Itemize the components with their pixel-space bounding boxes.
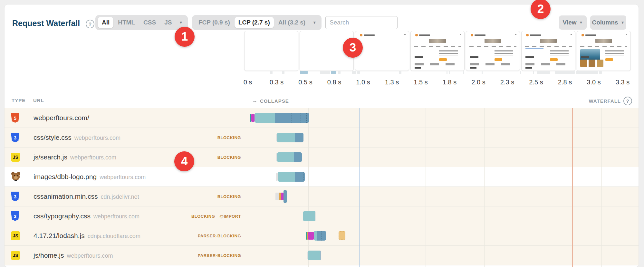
request-row[interactable]: 5webperftours.com/ (5, 108, 639, 128)
activity-segment (449, 71, 450, 74)
view-button[interactable]: View ▼ (559, 15, 587, 30)
thumbnail-cols-mock (525, 63, 571, 65)
thumbnail-para-mock (495, 50, 513, 51)
thumbnail-nav-mock (414, 46, 461, 47)
thumbnail-banner-mock (485, 39, 501, 43)
thumbnail-banner-mock (595, 39, 612, 43)
help-icon[interactable]: ? (86, 20, 94, 28)
blocking-labels: PARSER-BLOCKING (198, 226, 241, 245)
thumbnail-banner-mock (429, 39, 446, 43)
thumbnail-close-mock (626, 34, 627, 35)
bar-segment-light (278, 172, 295, 182)
thumbnail-logo-mock (415, 34, 418, 36)
waterfall-header-label: WATERFALL (589, 98, 621, 104)
help-icon[interactable]: ? (623, 97, 632, 105)
blocking-label: @IMPORT (219, 214, 241, 219)
columns-button[interactable]: Columns ▼ (590, 15, 626, 30)
filter-option-all[interactable]: All (98, 17, 113, 28)
bar-phase-divider (303, 172, 303, 182)
waterfall-bar[interactable] (276, 167, 305, 186)
filter-option-html[interactable]: HTML (114, 17, 139, 28)
request-row[interactable]: 3css/style.csswebperftours.comBLOCKING (5, 128, 639, 148)
waterfall-bar[interactable] (306, 226, 326, 245)
request-row[interactable]: JSjs/search.jswebperftours.comBLOCKING (5, 148, 639, 167)
request-row[interactable]: JSjs/home.jswebperftours.comPARSER-BLOCK… (5, 246, 639, 265)
filter-option-lcp[interactable]: LCP (2.7 s) (235, 17, 274, 28)
bar-segment-steel (294, 152, 302, 162)
filmstrip-thumbnail[interactable] (244, 31, 298, 71)
timeline-tick-label: 2.3 s (500, 79, 514, 86)
request-row[interactable]: 3css/typography.csswebperftours.comBLOCK… (5, 206, 639, 226)
css-file-icon: 3 (11, 133, 19, 142)
blocking-label: PARSER-BLOCKING (198, 253, 241, 258)
bar-segment-steel (315, 211, 315, 221)
activity-segment (482, 71, 483, 74)
waterfall-bar[interactable] (276, 128, 303, 147)
thumbnail-logotext-mock (419, 34, 430, 36)
bar-segment-steel (320, 251, 321, 260)
filmstrip-thumbnail[interactable] (410, 31, 465, 71)
url-domain: webperftours.com (100, 174, 146, 180)
blocking-labels: BLOCKING@IMPORT (191, 206, 241, 226)
thumbnail-sub-mock (581, 56, 589, 58)
activity-segment (447, 71, 447, 74)
thumbnail-photos-mock (580, 60, 603, 67)
grid-line (601, 108, 602, 267)
timeline-tick-label: 0.3 s (270, 79, 284, 86)
waterfall-bar[interactable] (276, 148, 302, 167)
bar-phase-divider (306, 113, 307, 123)
filmstrip-thumbnail[interactable] (521, 31, 575, 71)
thumbnail-nav-mock (469, 46, 516, 47)
thumbnail-underline-mock (525, 48, 543, 49)
thumbnail-logo-mock (471, 34, 473, 36)
bear-part (14, 176, 18, 179)
request-url: js/search.jswebperftours.com (34, 153, 116, 161)
chevron-down-icon[interactable]: ▼ (310, 20, 319, 25)
url-domain: webperftours.com (67, 253, 113, 259)
bar-segment-light (277, 152, 294, 162)
url-domain: cdnjs.cloudflare.com (88, 233, 140, 239)
request-url: css/typography.csswebperftours.com (34, 212, 139, 220)
chevron-down-icon[interactable]: ▼ (176, 20, 185, 25)
activity-segment (338, 71, 341, 74)
filmstrip-thumbnail[interactable] (577, 31, 631, 71)
search-input[interactable] (325, 16, 398, 29)
url-domain: cdn.jsdelivr.net (101, 194, 139, 200)
timeline-tick-label: 1.0 s (356, 79, 370, 86)
bar-phase-divider (292, 113, 292, 123)
waterfall-bar[interactable] (303, 206, 315, 226)
timeline-tick-label: 2.8 s (558, 79, 572, 86)
collapse-button[interactable]: → COLLAPSE (252, 98, 289, 104)
thumbnail-para-mock (605, 50, 624, 51)
waterfall-bar[interactable] (275, 187, 287, 206)
columns-button-label: Columns (592, 19, 618, 26)
request-url: js/home.jswebperftours.com (34, 252, 113, 259)
request-url: 4.17.21/lodash.jscdnjs.cloudflare.com (34, 232, 140, 240)
deferred-execution-bar[interactable] (339, 231, 345, 240)
bar-segment-light (303, 211, 315, 221)
js-file-icon: JS (11, 231, 20, 240)
filter-option-css[interactable]: CSS (139, 17, 160, 28)
activity-segment (331, 71, 336, 74)
filmstrip-thumbnail[interactable] (466, 31, 520, 71)
activity-segment (282, 71, 284, 74)
activity-segment (352, 71, 356, 74)
thumbnail-close-mock (460, 34, 461, 35)
blocking-labels: BLOCKING (217, 187, 241, 206)
activity-segment (576, 71, 598, 74)
thumbnail-logo-mock (526, 34, 529, 36)
request-waterfall-panel: Request Waterfall ? All HTML CSS JS ▼ FC… (5, 5, 639, 267)
activity-segment (357, 71, 360, 74)
thumbnail-logo-mock (582, 34, 584, 36)
filmstrip-thumbnail[interactable] (355, 31, 409, 71)
filter-option-all-time[interactable]: All (3.2 s) (274, 17, 309, 28)
thumbnail-foot-mock (525, 67, 532, 69)
url-text: css/style.css (34, 134, 72, 141)
thumbnail-cols-mock (470, 63, 516, 65)
thumbnail-logotext-mock (585, 34, 596, 36)
filter-option-js[interactable]: JS (160, 17, 176, 28)
waterfall-bar[interactable] (307, 246, 321, 265)
request-row[interactable]: images/dbb-logo.pngwebperftours.com (5, 167, 639, 187)
filter-option-fcp[interactable]: FCP (0.9 s) (195, 17, 234, 28)
request-row[interactable]: 3cssanimation.min.csscdn.jsdelivr.netBLO… (5, 187, 639, 206)
